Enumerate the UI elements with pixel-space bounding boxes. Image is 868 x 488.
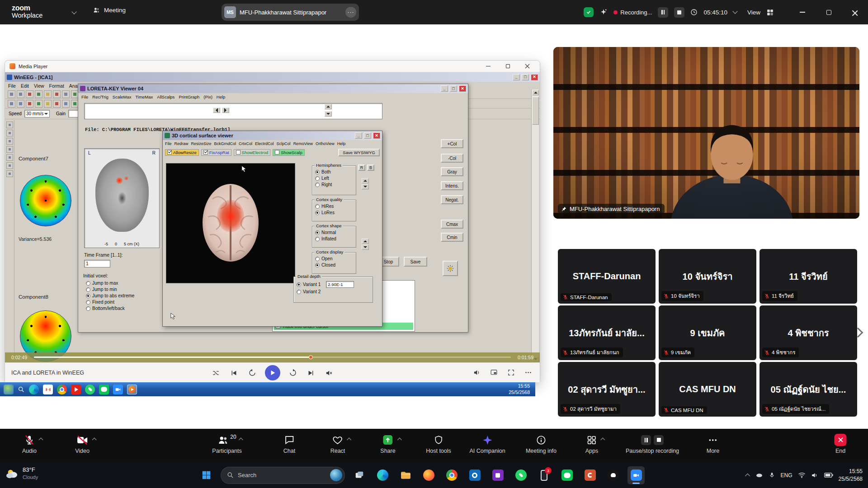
timer-chevron-down-icon[interactable]	[732, 9, 737, 14]
loreta-menu-pix[interactable]: (Pix)	[203, 94, 212, 99]
loreta-menu-scalemax[interactable]: ScaleMax	[113, 94, 132, 99]
zoom-taskbar-icon[interactable]	[627, 466, 645, 484]
voxel-jump-abs-radio[interactable]: Jump to abs extreme	[86, 293, 160, 298]
meeting-info-button[interactable]: Meeting info	[526, 434, 557, 454]
save-button[interactable]: Save	[404, 257, 427, 267]
fullscreen-button[interactable]	[505, 367, 516, 378]
wineeg-left-toolbar[interactable]	[6, 120, 14, 359]
apps-button[interactable]: Apps	[585, 434, 599, 454]
chat-button[interactable]: Chat	[283, 434, 295, 454]
search-input[interactable]: Search	[221, 467, 345, 484]
phone-link-icon[interactable]: 3	[535, 466, 552, 484]
loreta-maximize-button[interactable]: □	[450, 85, 457, 92]
weather-widget[interactable]: 83°FCloudy	[5, 466, 38, 481]
hemi-left-radio[interactable]: Left	[315, 176, 356, 181]
skip-forward-button[interactable]	[288, 367, 298, 378]
c-menu-redraw[interactable]: Redraw	[175, 141, 189, 146]
edge-icon[interactable]	[374, 466, 391, 484]
pause-stop-recording-button[interactable]: Pause/stop recording	[626, 434, 679, 454]
display-closed-radio[interactable]: Closed	[315, 263, 356, 267]
cortical-close-button[interactable]: ✕	[373, 132, 380, 139]
mute-button[interactable]	[324, 367, 335, 378]
volume-icon[interactable]	[811, 472, 819, 479]
c-menu-resize[interactable]: ResizeSize	[191, 141, 212, 146]
c-menu-crtxcol[interactable]: CrtxCol	[239, 141, 252, 146]
view-button-label[interactable]: View	[747, 9, 760, 16]
cortical-minimize-button[interactable]: _	[355, 132, 362, 139]
desktop-gmail-icon[interactable]	[43, 385, 53, 394]
previous-button[interactable]	[229, 367, 240, 378]
cortical-viewer-window[interactable]: 3D cortical surface viewer _ □ ✕ File Re…	[162, 131, 382, 327]
mp-minimize-button[interactable]	[480, 61, 496, 72]
video-button[interactable]: Video	[75, 434, 90, 454]
github-icon[interactable]	[604, 466, 622, 484]
wineeg-minimize-button[interactable]: _	[513, 74, 520, 80]
desktop-zoom-icon[interactable]	[113, 385, 123, 394]
tray-mic-icon[interactable]	[769, 472, 775, 479]
share-chevron-icon[interactable]	[397, 438, 402, 442]
wifi-icon[interactable]	[798, 472, 806, 479]
task-view-icon[interactable]	[351, 466, 368, 484]
loreta-menu-allscalps[interactable]: AllScalps	[157, 94, 175, 99]
quality-lores-radio[interactable]: LoRes	[315, 210, 356, 215]
shape-inflated-radio[interactable]: Inflated	[315, 236, 356, 241]
stop-recording-button[interactable]	[674, 7, 684, 18]
c-menu-remoview[interactable]: RemoView	[293, 141, 313, 146]
shuffle-button[interactable]	[211, 367, 222, 378]
loreta-minimize-button[interactable]: _	[441, 85, 448, 92]
participant-tile[interactable]: 02 สุดารวี มัทซูยา... 02 สุดารวี มัทซูยา…	[558, 362, 656, 417]
pause-recording-icon[interactable]	[641, 435, 651, 445]
frame-next-button[interactable]	[222, 108, 229, 113]
seek-handle[interactable]	[309, 355, 313, 359]
seek-bar[interactable]	[34, 357, 511, 358]
showscalp-checkbox[interactable]: ShowScalp	[273, 149, 305, 156]
react-chevron-icon[interactable]	[347, 438, 352, 442]
end-call-icon[interactable]	[835, 434, 847, 446]
mp-close-button[interactable]	[519, 61, 535, 72]
loreta-menu-rec[interactable]: Rec/Trig	[92, 94, 108, 99]
spinner-down-1[interactable]	[362, 184, 369, 189]
c-menu-sclpcol[interactable]: SclpCol	[277, 141, 291, 146]
spinner-down-2[interactable]	[362, 244, 369, 250]
c-menu-file[interactable]: File	[165, 141, 172, 146]
desktop-youtube-icon[interactable]	[71, 385, 81, 394]
mp-maximize-button[interactable]	[500, 61, 516, 72]
loreta-titlebar[interactable]: LORETA-KEY Viewer 04 _ □ ✕	[78, 84, 468, 93]
loreta-menu-help[interactable]: Help	[217, 94, 226, 99]
video-chevron-icon[interactable]	[92, 438, 97, 442]
pluscol-button[interactable]: +Col	[441, 139, 463, 148]
video-timeline[interactable]: 0:02:49 0:01:59	[5, 352, 540, 362]
outlook-icon[interactable]	[466, 466, 483, 484]
volume-button[interactable]	[471, 367, 482, 378]
host-tools-button[interactable]: Host tools	[426, 434, 451, 454]
variant2-radio[interactable]: Variant 2	[297, 289, 373, 294]
desktop-mediaplayer-icon-active[interactable]	[127, 385, 137, 394]
zoom-workplace-logo[interactable]: zoom Workplace	[12, 4, 42, 19]
taskbar-clock[interactable]: 15:55 25/5/2568	[839, 468, 863, 483]
share-button[interactable]: Share	[380, 434, 395, 454]
media-player-titlebar[interactable]: Media Player	[5, 61, 540, 72]
participants-button[interactable]: 20 Participants	[212, 434, 241, 454]
pause-recording-button[interactable]	[658, 7, 668, 18]
ai-companion-button[interactable]: AI Companion	[469, 434, 505, 454]
brightness-button[interactable]	[443, 261, 458, 276]
loreta-menu-file[interactable]: File	[81, 94, 88, 99]
minimize-button[interactable]	[789, 0, 816, 24]
menu-view[interactable]: View	[34, 83, 44, 89]
powerpoint-icon[interactable]	[581, 466, 599, 484]
close-button[interactable]	[842, 0, 868, 24]
audio-chevron-icon[interactable]	[39, 438, 43, 442]
desktop-chrome-icon[interactable]	[57, 385, 67, 394]
voxel-jump-max-radio[interactable]: Jump to max	[86, 281, 160, 286]
onedrive-icon[interactable]	[755, 471, 763, 479]
quality-hires-radio[interactable]: HiRes	[315, 204, 356, 209]
stop-recording-icon[interactable]	[654, 435, 664, 445]
apps-chevron-icon[interactable]	[601, 438, 605, 442]
participant-tile[interactable]: CAS MFU DN CAS MFU DN	[659, 362, 756, 417]
menu-edit[interactable]: Edit	[21, 83, 29, 89]
speed-combobox[interactable]: 30 mm/s	[24, 110, 50, 117]
participant-tile[interactable]: 11 จีรวิทย์ 11 จีรวิทย์	[760, 249, 857, 304]
desktop-whatsapp-icon[interactable]	[85, 385, 95, 394]
miniplayer-button[interactable]	[488, 367, 499, 378]
minuscol-button[interactable]: -Col	[441, 154, 463, 163]
